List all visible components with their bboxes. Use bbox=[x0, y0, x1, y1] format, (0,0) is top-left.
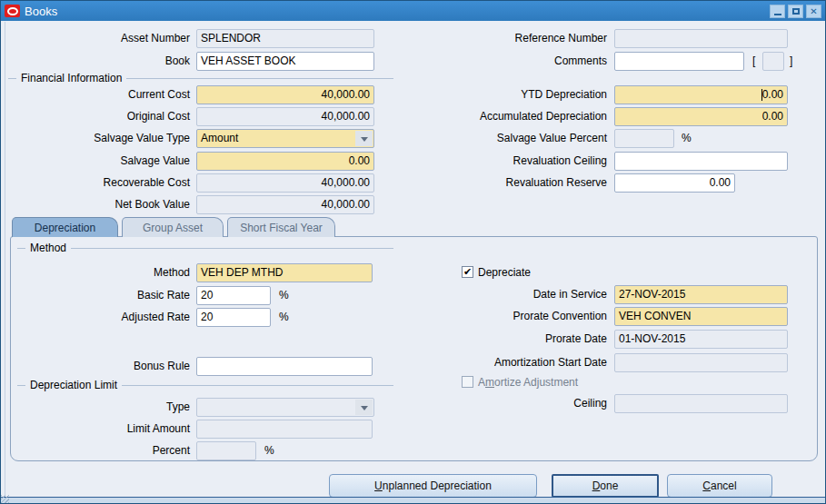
check-icon: ✔ bbox=[463, 266, 472, 277]
reference-number-field bbox=[614, 29, 788, 48]
amortization-start-date-label: Amortization Start Date bbox=[423, 353, 607, 371]
prorate-convention-label: Prorate Convention bbox=[423, 307, 607, 325]
window-bottom-edge bbox=[1, 497, 825, 503]
salvage-value-percent-field bbox=[614, 129, 674, 148]
window-title: Books bbox=[25, 5, 57, 18]
net-book-value-label: Net Book Value bbox=[6, 195, 190, 213]
book-field[interactable]: VEH ASSET BOOK bbox=[196, 52, 374, 71]
bonus-rule-field[interactable] bbox=[196, 357, 373, 376]
financial-information-frame: Financial Information bbox=[8, 72, 393, 84]
original-cost-field: 40,000.00 bbox=[196, 107, 374, 126]
bonus-rule-label: Bonus Rule bbox=[6, 357, 190, 375]
depreciation-limit-frame: Depreciation Limit bbox=[17, 379, 393, 391]
book-label: Book bbox=[6, 52, 190, 70]
method-label: Method bbox=[6, 263, 190, 282]
salvage-percent-suffix: % bbox=[682, 129, 692, 147]
unplanned-depreciation-button[interactable]: Unplanned Depreciation bbox=[329, 474, 537, 498]
revaluation-reserve-field[interactable]: 0.00 bbox=[614, 173, 735, 193]
date-in-service-label: Date in Service bbox=[423, 285, 607, 303]
books-window: Books ✕ Asset Number SPLENDOR Book VEH A… bbox=[0, 0, 826, 504]
asset-number-label: Asset Number bbox=[6, 29, 190, 47]
prorate-date-label: Prorate Date bbox=[423, 330, 607, 348]
adjusted-rate-label: Adjusted Rate bbox=[6, 308, 190, 326]
comments-label: Comments bbox=[423, 52, 607, 70]
revaluation-reserve-label: Revaluation Reserve bbox=[423, 173, 607, 192]
current-cost-field[interactable]: 40,000.00 bbox=[196, 85, 374, 104]
minimize-icon bbox=[774, 14, 781, 15]
net-book-value-field: 40,000.00 bbox=[196, 195, 374, 214]
limit-type-dropdown[interactable] bbox=[196, 398, 374, 417]
current-cost-label: Current Cost bbox=[6, 85, 190, 104]
method-frame: Method bbox=[17, 242, 393, 254]
tab-group-asset[interactable]: Group Asset bbox=[122, 217, 224, 237]
recoverable-cost-field: 40,000.00 bbox=[196, 173, 374, 193]
maximize-icon bbox=[792, 8, 800, 15]
depreciate-checkbox[interactable]: ✔ bbox=[462, 266, 473, 278]
recoverable-cost-label: Recoverable Cost bbox=[6, 173, 190, 192]
adjusted-rate-field[interactable]: 20 bbox=[196, 308, 271, 327]
basic-rate-field[interactable]: 20 bbox=[196, 286, 271, 305]
reference-number-label: Reference Number bbox=[423, 29, 607, 47]
depreciate-label: Depreciate bbox=[478, 263, 614, 282]
chevron-down-icon[interactable] bbox=[355, 400, 373, 415]
salvage-value-type-label: Salvage Value Type bbox=[6, 129, 190, 147]
asset-number-field: SPLENDOR bbox=[196, 29, 374, 48]
done-button[interactable]: Done bbox=[552, 474, 659, 498]
date-in-service-field[interactable]: 27-NOV-2015 bbox=[614, 285, 788, 304]
method-field[interactable]: VEH DEP MTHD bbox=[196, 263, 373, 282]
prorate-date-field: 01-NOV-2015 bbox=[614, 330, 788, 349]
flexfield-button[interactable] bbox=[762, 52, 784, 71]
flexfield-close-bracket: ] bbox=[790, 52, 797, 70]
title-bar: Books ✕ bbox=[1, 1, 825, 21]
original-cost-label: Original Cost bbox=[6, 107, 190, 125]
amortize-adjustment-checkbox bbox=[462, 376, 473, 388]
close-button[interactable]: ✕ bbox=[806, 5, 821, 18]
financial-information-legend: Financial Information bbox=[21, 72, 122, 84]
chevron-down-icon[interactable] bbox=[355, 131, 373, 146]
adjusted-rate-percent-suffix: % bbox=[279, 308, 289, 326]
method-legend: Method bbox=[30, 242, 66, 254]
amortization-start-date-field bbox=[614, 353, 788, 372]
salvage-value-type-dropdown[interactable]: Amount bbox=[196, 129, 374, 148]
limit-percent-suffix: % bbox=[264, 441, 274, 460]
basic-rate-percent-suffix: % bbox=[279, 286, 289, 304]
prorate-convention-field[interactable]: VEH CONVEN bbox=[614, 307, 788, 326]
ytd-depreciation-field[interactable]: 0.00 bbox=[614, 85, 788, 104]
limit-type-label: Type bbox=[6, 398, 190, 416]
close-icon: ✕ bbox=[810, 6, 817, 16]
minimize-button[interactable] bbox=[770, 5, 785, 18]
accumulated-depreciation-field[interactable]: 0.00 bbox=[614, 107, 788, 126]
limit-amount-label: Limit Amount bbox=[6, 420, 190, 438]
amortize-adjustment-label: Amortize Adjustment bbox=[478, 373, 642, 391]
limit-percent-label: Percent bbox=[6, 441, 190, 460]
tab-short-fiscal-year[interactable]: Short Fiscal Year bbox=[227, 217, 335, 237]
maximize-button[interactable] bbox=[788, 5, 803, 18]
depreciation-limit-legend: Depreciation Limit bbox=[30, 379, 117, 391]
cancel-button[interactable]: Cancel bbox=[667, 474, 772, 498]
salvage-value-field[interactable]: 0.00 bbox=[196, 152, 374, 171]
oracle-logo-icon bbox=[5, 5, 20, 17]
basic-rate-label: Basic Rate bbox=[6, 286, 190, 304]
comments-field[interactable] bbox=[614, 52, 744, 71]
ceiling-label: Ceiling bbox=[423, 394, 607, 412]
accumulated-depreciation-label: Accumulated Depreciation bbox=[423, 107, 607, 125]
revaluation-ceiling-field[interactable] bbox=[614, 152, 788, 171]
ytd-depreciation-label: YTD Depreciation bbox=[423, 85, 607, 104]
salvage-value-percent-label: Salvage Value Percent bbox=[423, 129, 607, 147]
revaluation-ceiling-label: Revaluation Ceiling bbox=[423, 152, 607, 170]
tab-depreciation[interactable]: Depreciation bbox=[12, 217, 118, 237]
window-controls: ✕ bbox=[770, 5, 821, 18]
window-left-edge-divider bbox=[5, 22, 5, 499]
limit-percent-field bbox=[196, 441, 256, 460]
resize-grip[interactable] bbox=[1, 495, 9, 503]
flexfield-open-bracket: [ bbox=[752, 52, 760, 70]
ceiling-field bbox=[614, 394, 788, 413]
salvage-value-label: Salvage Value bbox=[6, 152, 190, 170]
limit-amount-field bbox=[196, 420, 373, 439]
